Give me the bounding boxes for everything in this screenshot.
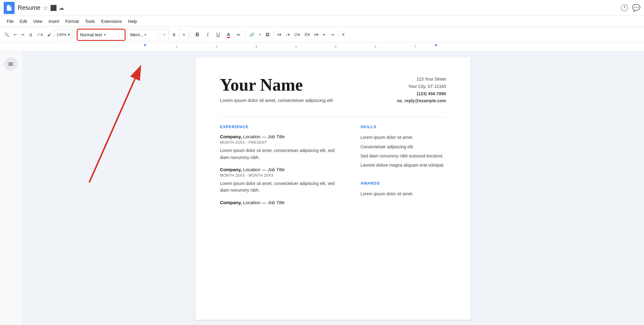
redo-button[interactable]: ↪	[19, 29, 26, 40]
search-button[interactable]: 🔍	[2, 29, 11, 40]
doc-subtitle: Lorem ipsum dolor sit amet, consectetuer…	[220, 98, 333, 103]
ruler-num-6: 6	[375, 45, 376, 49]
ruler-num-4: 4	[295, 45, 297, 49]
contact-info: 123 Your Street Your City, ST 12345 (123…	[397, 76, 446, 105]
ruler: ▼ 1 2 3 4 5 6 7 ▼	[0, 43, 644, 51]
italic-button[interactable]: I	[203, 29, 213, 40]
font-size-decrease[interactable]: −	[160, 29, 169, 40]
contact-city: Your City, ST 12345	[397, 83, 446, 90]
spellcheck-button[interactable]: ✓A	[35, 29, 45, 40]
font-size-controls: − +	[160, 29, 188, 40]
ruler-num-1: 1	[176, 45, 178, 49]
text-color-button[interactable]: A	[224, 29, 233, 40]
app-icon	[4, 2, 15, 14]
toolbar-separator-5	[338, 31, 338, 38]
svg-rect-4	[9, 65, 13, 66]
experience-title: EXPERIENCE	[220, 125, 342, 129]
ruler-num-7: 7	[414, 45, 416, 49]
indent-decrease-button[interactable]: ⇤	[321, 29, 328, 40]
job-location-1: Location —	[242, 134, 267, 139]
insert-comment-button[interactable]: +	[257, 29, 263, 40]
doc-header: Your Name Lorem ipsum dolor sit amet, co…	[220, 76, 446, 105]
bold-button[interactable]: B	[192, 29, 202, 40]
ruler-marks: ▼ 1 2 3 4 5 6 7 ▼	[116, 43, 452, 51]
cloud-icon[interactable]: ☁	[59, 5, 64, 11]
title-icons: ☆ ⬛ ☁	[43, 4, 64, 12]
document-title: Resume	[18, 4, 40, 11]
section-divider-1	[220, 117, 446, 117]
outline-icon[interactable]	[4, 57, 18, 71]
toolbar-separator-4	[273, 31, 273, 38]
font-dropdown[interactable]: Merri... ▾	[127, 29, 158, 40]
undo-button[interactable]: ↩	[12, 29, 19, 40]
skills-item-4: Laoreet dolore magna aliquam erat volutp…	[360, 162, 446, 168]
font-size-input[interactable]	[169, 29, 180, 40]
chat-icon[interactable]: 💬	[632, 4, 640, 12]
history-icon[interactable]: 🕐	[620, 4, 628, 12]
line-spacing-button[interactable]: ↕▾	[284, 29, 292, 40]
menu-file[interactable]: File	[4, 18, 17, 25]
format-style-arrow: ▾	[104, 33, 106, 37]
job-entry-1: Company, Location — Job Title MONTH 20XX…	[220, 134, 342, 161]
document-page: Your Name Lorem ipsum dolor sit amet, co…	[196, 57, 470, 320]
menu-format[interactable]: Format	[62, 18, 82, 25]
indent-increase-button[interactable]: ⇥	[329, 29, 336, 40]
toolbar-separator-1	[75, 31, 75, 38]
job-title-line-1: Company, Location — Job Title	[220, 134, 342, 139]
toolbar-separator-2	[190, 31, 191, 38]
job-company-1: Company,	[220, 134, 242, 139]
svg-point-6	[9, 64, 9, 65]
svg-rect-2	[9, 63, 13, 63]
title-bar-right: 🕐 💬	[620, 4, 640, 12]
job-role-3: Job Title	[268, 200, 285, 205]
awards-item-1: Lorem ipsum dolor sit amet.	[360, 190, 446, 197]
ruler-num-3: 3	[255, 45, 257, 49]
job-desc-2: Lorem ipsum dolor sit amet, consectetuer…	[220, 180, 342, 194]
bullet-list-button[interactable]: ☰▾	[302, 29, 312, 40]
insert-image-button[interactable]: 🖼	[264, 29, 271, 40]
numbered-list-button[interactable]: #▾	[313, 29, 320, 40]
font-label: Merri...	[130, 32, 144, 37]
menu-extensions[interactable]: Extensions	[98, 18, 125, 25]
contact-street: 123 Your Street	[397, 76, 446, 83]
link-button[interactable]: 🔗	[248, 29, 256, 40]
clear-formatting-button[interactable]: ✕	[340, 29, 347, 40]
format-style-dropdown[interactable]: Normal text ▾	[77, 29, 126, 41]
checklist-button[interactable]: ☑▾	[292, 29, 302, 40]
font-size-increase[interactable]: +	[180, 29, 188, 40]
zoom-dropdown[interactable]: 100% ▾	[54, 29, 73, 40]
ruler-marker: ▼	[143, 43, 147, 48]
star-icon[interactable]: ☆	[43, 4, 48, 12]
underline-button[interactable]: U	[213, 29, 223, 40]
menu-help[interactable]: Help	[125, 18, 140, 25]
align-button[interactable]: ≡▾	[275, 29, 284, 40]
svg-rect-0	[8, 8, 10, 8]
print-button[interactable]: 🖨	[27, 29, 35, 40]
menu-view[interactable]: View	[30, 18, 46, 25]
job-title-line-3: Company, Location — Job Title	[220, 200, 342, 205]
cursor	[220, 76, 220, 82]
doc-name-section: Your Name Lorem ipsum dolor sit amet, co…	[220, 76, 333, 103]
format-style-label: Normal text	[80, 32, 102, 37]
save-icon[interactable]: ⬛	[50, 5, 57, 11]
zoom-arrow: ▾	[68, 32, 70, 37]
job-entry-3: Company, Location — Job Title	[220, 200, 342, 205]
job-location-2: Location —	[242, 167, 267, 172]
experience-section: EXPERIENCE Company, Location — Job Title…	[220, 125, 342, 206]
paint-format-button[interactable]: 🖌	[46, 29, 53, 40]
job-desc-1: Lorem ipsum dolor sit amet, consectetuer…	[220, 147, 342, 161]
menu-tools[interactable]: Tools	[82, 18, 98, 25]
doc-name: Your Name	[220, 76, 333, 95]
awards-title: AWARDS	[360, 181, 446, 186]
ruler-content: ▼ 1 2 3 4 5 6 7 ▼	[0, 43, 644, 51]
highlight-button[interactable]: ✏	[234, 29, 244, 40]
job-entry-2: Company, Location — Job Title MONTH 20XX…	[220, 167, 342, 194]
awards-subsection: AWARDS Lorem ipsum dolor sit amet.	[360, 181, 446, 197]
menu-edit[interactable]: Edit	[17, 18, 30, 25]
skills-item-1: Lorem ipsum dolor sit amet.	[360, 134, 446, 141]
menu-insert[interactable]: Insert	[46, 18, 62, 25]
doc-area[interactable]: Your Name Lorem ipsum dolor sit amet, co…	[22, 51, 644, 325]
zoom-value: 100%	[57, 32, 67, 37]
job-location-3: Location —	[242, 200, 267, 205]
skills-awards-section: SKILLS Lorem ipsum dolor sit amet. Conse…	[360, 125, 446, 206]
